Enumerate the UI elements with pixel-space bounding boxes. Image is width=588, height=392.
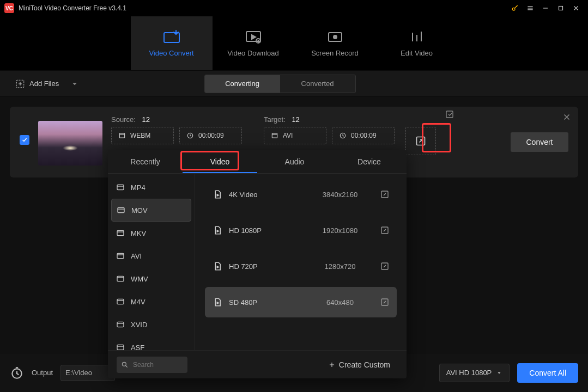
- item-edit-icon[interactable]: [445, 110, 454, 120]
- mode-tabs: Video Convert Video Download Screen Reco…: [0, 16, 588, 71]
- toolbar: Add Files Converting Converted: [0, 71, 588, 97]
- source-format-chip: WEBM: [111, 127, 174, 144]
- app-title: MiniTool Video Converter Free v3.4.1: [19, 4, 126, 12]
- svg-rect-17: [117, 253, 124, 258]
- source-value: 12: [142, 115, 149, 124]
- svg-rect-20: [117, 322, 124, 327]
- svg-rect-18: [117, 276, 124, 281]
- mode-label: Video Convert: [149, 49, 193, 57]
- target-duration-chip: 00:00:09: [332, 127, 395, 144]
- search-input[interactable]: [117, 357, 187, 373]
- search-field[interactable]: [132, 360, 181, 369]
- popup-tabs: Recently Video Audio Device: [108, 150, 407, 174]
- convert-button[interactable]: Convert: [511, 132, 568, 152]
- add-files-dropdown[interactable]: [70, 79, 80, 89]
- tab-screen-record[interactable]: Screen Record: [294, 16, 376, 70]
- search-icon: [121, 361, 129, 369]
- svg-rect-8: [119, 133, 124, 138]
- mode-label: Video Download: [227, 49, 278, 57]
- format-mp4[interactable]: MP4: [111, 176, 191, 199]
- resolution-4k-video[interactable]: 4K Video3840x2160: [205, 179, 397, 210]
- output-preset-dropdown[interactable]: AVI HD 1080P: [439, 364, 510, 382]
- svg-rect-2: [164, 33, 179, 42]
- status-segment: Converting Converted: [204, 75, 356, 93]
- resolution-hd-720p[interactable]: HD 720P1280x720: [205, 251, 397, 281]
- svg-rect-21: [117, 345, 124, 350]
- tab-edit-video[interactable]: Edit Video: [376, 16, 458, 70]
- seg-converting[interactable]: Converting: [205, 75, 280, 93]
- chevron-down-icon: [496, 370, 502, 376]
- menu-icon[interactable]: [523, 1, 538, 16]
- add-files-button[interactable]: Add Files: [10, 76, 64, 92]
- svg-rect-15: [118, 207, 124, 212]
- svg-point-0: [512, 8, 515, 10]
- minimize-icon[interactable]: [538, 1, 553, 16]
- svg-rect-19: [117, 299, 124, 304]
- format-m4v[interactable]: M4V: [111, 290, 191, 313]
- format-mov[interactable]: MOV: [111, 199, 191, 222]
- target-value: 12: [292, 115, 299, 124]
- svg-rect-1: [559, 7, 563, 10]
- close-icon[interactable]: [568, 1, 584, 16]
- app-icon: VC: [4, 3, 14, 13]
- add-files-label: Add Files: [29, 79, 59, 88]
- resolution-list[interactable]: 4K Video3840x2160HD 1080P1920x1080HD 720…: [195, 174, 407, 350]
- svg-rect-14: [117, 185, 124, 189]
- format-avi[interactable]: AVI: [111, 244, 191, 267]
- create-custom-button[interactable]: Create Custom: [328, 360, 390, 369]
- tab-video-download[interactable]: Video Download: [213, 16, 294, 70]
- format-mkv[interactable]: MKV: [111, 222, 191, 244]
- format-wmv[interactable]: WMV: [111, 267, 191, 290]
- output-path[interactable]: E:\Video: [60, 365, 115, 381]
- format-popup: Recently Video Audio Device MP4MOVMKVAVI…: [108, 150, 407, 378]
- popup-footer: Create Custom: [108, 350, 407, 378]
- resolution-hd-1080p[interactable]: HD 1080P1920x1080: [205, 215, 397, 246]
- format-list[interactable]: MP4MOVMKVAVIWMVM4VXVIDASF: [108, 174, 195, 350]
- item-remove-button[interactable]: [562, 112, 572, 122]
- format-asf[interactable]: ASF: [111, 336, 191, 350]
- convert-all-button[interactable]: Convert All: [517, 363, 578, 383]
- output-label: Output: [32, 369, 53, 377]
- mode-label: Screen Record: [311, 49, 359, 57]
- svg-rect-16: [117, 230, 124, 235]
- source-label: Source: 12: [111, 115, 247, 124]
- upgrade-icon[interactable]: [507, 1, 523, 16]
- tab-recently[interactable]: Recently: [108, 150, 183, 173]
- svg-point-26: [122, 362, 126, 366]
- tab-audio[interactable]: Audio: [257, 150, 332, 173]
- tab-video[interactable]: Video: [183, 150, 257, 173]
- clock-icon[interactable]: [10, 366, 24, 380]
- resolution-sd-480p[interactable]: SD 480P640x480: [205, 287, 397, 317]
- source-duration-chip: 00:00:09: [179, 127, 242, 144]
- seg-converted[interactable]: Converted: [280, 75, 355, 93]
- target-label: Target: 12: [264, 115, 436, 124]
- title-bar: VC MiniTool Video Converter Free v3.4.1: [0, 0, 588, 16]
- tab-device[interactable]: Device: [332, 150, 407, 173]
- svg-point-6: [334, 35, 337, 39]
- mode-label: Edit Video: [401, 49, 433, 57]
- plus-icon: [328, 361, 336, 369]
- target-settings-button[interactable]: [405, 127, 436, 155]
- svg-rect-13: [446, 111, 453, 118]
- tab-video-convert[interactable]: Video Convert: [131, 16, 213, 70]
- target-format-chip: AVI: [264, 127, 326, 144]
- item-checkbox[interactable]: [20, 135, 29, 145]
- svg-rect-10: [272, 133, 277, 138]
- maximize-icon[interactable]: [553, 1, 568, 16]
- video-thumbnail[interactable]: [38, 121, 102, 166]
- format-xvid[interactable]: XVID: [111, 313, 191, 336]
